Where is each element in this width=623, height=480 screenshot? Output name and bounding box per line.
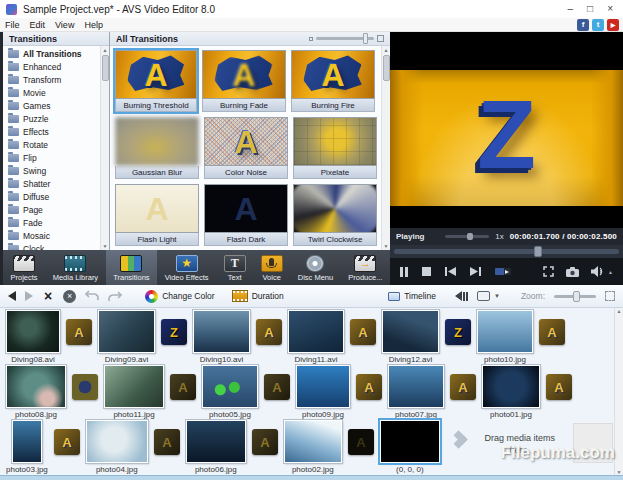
sidebar-item-effects[interactable]: Effects [3, 125, 100, 138]
media-item-photo04-jpg[interactable]: photo04.jpg [86, 420, 148, 474]
transition-mini[interactable]: A [66, 319, 92, 345]
fit-to-screen-icon[interactable] [605, 291, 615, 301]
tab-video-effects[interactable]: ★Video Effects [157, 250, 216, 285]
media-item-photo02-jpg[interactable]: photo02.jpg [284, 420, 342, 474]
transition-mini[interactable]: A [348, 429, 374, 455]
fullscreen-button[interactable] [543, 266, 554, 277]
sidebar-item-flip[interactable]: Flip [3, 151, 100, 164]
sidebar-item-clock[interactable]: Clock [3, 242, 100, 250]
scroll-down-icon[interactable]: ▼ [103, 242, 108, 250]
minimize-button[interactable]: – [568, 4, 574, 14]
transition-twirl-clockwise[interactable]: Twirl Clockwise [292, 183, 378, 247]
timeline-zoom-slider[interactable] [554, 295, 596, 298]
media-item-photo07-jpg[interactable]: photo07.jpg [388, 365, 444, 419]
media-item-photo01-jpg[interactable]: photo01.jpg [482, 365, 540, 419]
sidebar-item-games[interactable]: Games [3, 99, 100, 112]
scroll-thumb[interactable] [102, 55, 109, 81]
stop-button[interactable] [422, 267, 431, 276]
media-item-photo09-jpg[interactable]: photo09.jpg [296, 365, 350, 419]
twitter-icon[interactable]: t [592, 19, 604, 31]
sidebar-item-movie[interactable]: Movie [3, 86, 100, 99]
timeline-scrollbar[interactable]: ▲ ▼ [614, 308, 623, 475]
youtube-icon[interactable]: ▶ [607, 19, 619, 31]
facebook-icon[interactable]: f [577, 19, 589, 31]
menu-view[interactable]: View [55, 20, 74, 30]
duration-button[interactable]: Duration [232, 290, 284, 302]
undo-icon[interactable] [85, 290, 99, 303]
scroll-down-icon[interactable]: ▼ [617, 469, 622, 475]
media-item-photo06-jpg[interactable]: photo06.jpg [186, 420, 246, 474]
transition-mini[interactable]: A [170, 374, 196, 400]
media-item-photo03-jpg[interactable]: photo03.jpg [6, 420, 48, 474]
transition-mini[interactable]: A [546, 374, 572, 400]
sidebar-item-shatter[interactable]: Shatter [3, 177, 100, 190]
scroll-up-icon[interactable]: ▲ [617, 308, 622, 314]
sidebar-item-all-transitions[interactable]: All Transitions [3, 47, 100, 60]
transition-pixelate[interactable]: Pixelate [292, 116, 378, 180]
scroll-down-icon[interactable]: ▼ [384, 242, 389, 250]
transition-mini[interactable]: A [252, 429, 278, 455]
transition-mini[interactable]: A [154, 429, 180, 455]
sidebar-item-enhanced[interactable]: Enhanced [3, 60, 100, 73]
transition-flash-light[interactable]: AFlash Light [114, 183, 200, 247]
audio-mixer-icon[interactable] [455, 291, 468, 301]
sidebar-item-diffuse[interactable]: Diffuse [3, 190, 100, 203]
menu-edit[interactable]: Edit [30, 20, 46, 30]
menu-help[interactable]: Help [84, 20, 103, 30]
tab-disc-menu[interactable]: Disc Menu [290, 250, 341, 285]
transition-burning-threshold[interactable]: ABurning Threshold [113, 48, 199, 114]
close-button[interactable]: × [607, 4, 613, 14]
change-color-button[interactable]: Change Color [145, 290, 214, 303]
transition-mini[interactable]: A [264, 374, 290, 400]
transition-mini[interactable]: Z [445, 319, 471, 345]
timeline-view-button[interactable]: Timeline [388, 291, 436, 301]
tab-projects[interactable]: Projects [3, 250, 45, 285]
mini-speed-control[interactable] [495, 268, 511, 275]
navigate-forward-icon[interactable] [25, 291, 33, 301]
media-item-diving10-avi[interactable]: Diving10.avi [193, 310, 250, 364]
tab-media-library[interactable]: Media Library [45, 250, 106, 285]
sidebar-item-puzzle[interactable]: Puzzle [3, 112, 100, 125]
media-item-diving09-avi[interactable]: Diving09.avi [98, 310, 155, 364]
redo-icon[interactable] [108, 291, 122, 302]
delete-all-icon[interactable]: × [63, 290, 76, 303]
navigate-back-icon[interactable] [8, 291, 16, 301]
seek-bar[interactable] [390, 245, 623, 258]
tab-produce[interactable]: →Produce... [341, 250, 390, 285]
sidebar-item-mosaic[interactable]: Mosaic [3, 229, 100, 242]
transition-burning-fire[interactable]: ABurning Fire [290, 49, 376, 113]
transition-mini[interactable]: A [54, 429, 80, 455]
tab-transitions[interactable]: Transitions [106, 250, 157, 285]
media-item-photo10-jpg[interactable]: photo10.jpg [477, 310, 533, 364]
delete-icon[interactable]: × [44, 289, 52, 303]
sidebar-item-swing[interactable]: Swing [3, 164, 100, 177]
sidebar-scrollbar[interactable]: ▲ ▼ [100, 46, 109, 250]
transition-mini[interactable]: A [450, 374, 476, 400]
grid-view-icon[interactable] [377, 35, 384, 42]
media-item-photo11-jpg[interactable]: photo11.jpg [104, 365, 164, 419]
sidebar-item-fade[interactable]: Fade [3, 216, 100, 229]
media-item-photo05-jpg[interactable]: photo05.jpg [202, 365, 258, 419]
transition-mini[interactable]: A [256, 319, 282, 345]
sidebar-item-page[interactable]: Page [3, 203, 100, 216]
seek-handle[interactable] [534, 246, 542, 257]
transition-color-noise[interactable]: AColor Noise [203, 116, 289, 180]
transition-mini[interactable]: A [350, 319, 376, 345]
media-item-photo08-jpg[interactable]: photo08.jpg [6, 365, 66, 419]
menu-file[interactable]: File [5, 20, 20, 30]
transition-flash-dark[interactable]: AFlash Dark [203, 183, 289, 247]
volume-expander-icon[interactable]: ▲ [608, 269, 613, 275]
media-item-diving08-avi[interactable]: Diving08.avi [6, 310, 60, 364]
pause-button[interactable] [400, 267, 408, 277]
snapshot-button[interactable] [566, 267, 579, 277]
transition-mini[interactable]: Z [161, 319, 187, 345]
sidebar-item-transform[interactable]: Transform [3, 73, 100, 86]
previous-frame-button[interactable] [445, 267, 456, 276]
volume-button[interactable] [591, 266, 604, 277]
scroll-up-icon[interactable]: ▲ [384, 46, 389, 54]
thumbnail-size-slider[interactable] [309, 35, 384, 42]
transition-mini[interactable]: A [356, 374, 382, 400]
gallery-scrollbar[interactable]: ▲ ▼ [381, 46, 390, 250]
next-frame-button[interactable] [470, 267, 481, 276]
transition-burning-fade[interactable]: ABurning Fade [201, 49, 287, 113]
